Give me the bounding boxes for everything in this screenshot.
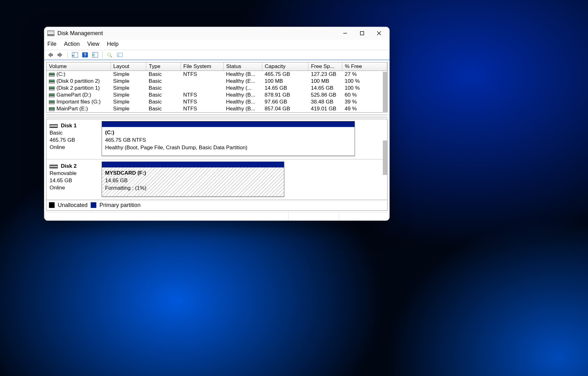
menu-file[interactable]: File: [47, 41, 56, 47]
cell-volume: GamePart (D:): [46, 92, 111, 98]
forward-button[interactable]: [56, 51, 64, 58]
cell-pct: 49 %: [342, 105, 387, 112]
disk2-status: Online: [50, 185, 65, 191]
table-row[interactable]: (C:)SimpleBasicNTFSHealthy (B...465.75 G…: [46, 71, 387, 78]
properties-button[interactable]: [116, 51, 124, 58]
cell-type: Basic: [146, 98, 181, 105]
svg-rect-1: [361, 32, 364, 35]
cell-status: Healthy (B...: [223, 92, 262, 98]
col-free[interactable]: Free Sp...: [308, 62, 342, 71]
cell-free: 14.65 GB: [308, 85, 342, 92]
cell-fs: NTFS: [181, 98, 223, 105]
cell-free: 127.23 GB: [308, 71, 342, 78]
table-row[interactable]: MainPart (E:)SimpleBasicNTFSHealthy (B..…: [46, 105, 387, 112]
cell-fs: NTFS: [181, 71, 223, 78]
cell-pct: 39 %: [342, 98, 387, 105]
cell-status: Healthy (E...: [223, 78, 262, 85]
close-button[interactable]: [372, 29, 386, 38]
cell-layout: Simple: [111, 71, 146, 78]
svg-rect-6: [72, 55, 73, 56]
toolbar: ?: [44, 50, 389, 60]
disk-icon: [50, 165, 58, 168]
partition-size: 465.75 GB NTFS: [105, 136, 351, 144]
cell-volume: (Disk 2 partition 1): [46, 85, 111, 92]
svg-rect-4: [72, 52, 78, 57]
volume-list-scrollbar[interactable]: [383, 72, 387, 113]
cell-free: 38.48 GB: [308, 98, 342, 105]
cell-free: 419.01 GB: [308, 105, 342, 112]
partition-status: Healthy (Boot, Page File, Crash Dump, Ba…: [105, 144, 351, 151]
col-status[interactable]: Status: [223, 62, 262, 71]
cell-status: Healthy (B...: [223, 105, 262, 112]
col-capacity[interactable]: Capacity: [262, 62, 308, 71]
cell-volume: (Disk 0 partition 2): [46, 78, 111, 85]
cell-fs: [181, 85, 223, 92]
col-pct[interactable]: % Free: [342, 62, 387, 71]
disk1-size: 465.75 GB: [50, 137, 75, 143]
disk-map-scrollbar[interactable]: [383, 140, 387, 175]
volume-icon: [49, 100, 55, 104]
cell-fs: NTFS: [181, 92, 223, 98]
disk1-status: Online: [50, 144, 65, 150]
pane-splitter[interactable]: [46, 114, 388, 118]
partition-status: Formatting : (1%): [105, 184, 281, 192]
cell-capacity: 14.65 GB: [262, 85, 308, 92]
disk-row: Disk 2 Removable 14.65 GB Online MYSDCAR…: [46, 160, 387, 199]
volume-icon: [49, 93, 55, 97]
back-button[interactable]: [46, 51, 54, 58]
column-headers[interactable]: Volume Layout Type File System Status Ca…: [46, 62, 387, 71]
table-row[interactable]: (Disk 0 partition 2)SimpleBasicHealthy (…: [46, 78, 387, 85]
col-type[interactable]: Type: [146, 62, 181, 71]
disk2-size: 14.65 GB: [50, 177, 72, 183]
maximize-button[interactable]: [355, 29, 369, 38]
volume-icon: [49, 107, 55, 111]
help-button[interactable]: ?: [81, 51, 89, 58]
cell-pct: 60 %: [342, 92, 387, 98]
disk1-type: Basic: [50, 130, 63, 136]
cell-type: Basic: [146, 92, 181, 98]
swatch-unallocated: [49, 202, 55, 208]
cell-volume: MainPart (E:): [46, 105, 111, 112]
app-icon: [47, 30, 54, 36]
menu-help[interactable]: Help: [107, 41, 119, 47]
cell-status: Healthy (B...: [223, 98, 262, 105]
cell-layout: Simple: [111, 85, 146, 92]
cell-volume: (C:): [46, 71, 111, 78]
cell-pct: 100 %: [342, 85, 387, 92]
cell-free: 525.86 GB: [308, 92, 342, 98]
titlebar[interactable]: Disk Management: [44, 27, 389, 40]
refresh-button[interactable]: [91, 51, 99, 58]
cell-capacity: 97.66 GB: [262, 98, 308, 105]
col-fs[interactable]: File System: [181, 62, 223, 71]
window-title: Disk Management: [57, 30, 103, 37]
menubar: File Action View Help: [44, 40, 389, 50]
partition-header: [102, 162, 284, 167]
svg-point-12: [108, 53, 111, 56]
col-layout[interactable]: Layout: [111, 62, 146, 71]
rescan-button[interactable]: [106, 51, 114, 58]
partition-name: MYSDCARD (F:): [105, 169, 281, 177]
minimize-button[interactable]: [338, 29, 352, 38]
disk2-name: Disk 2: [61, 163, 77, 169]
show-hide-tree-button[interactable]: [71, 51, 79, 58]
partition-f[interactable]: MYSDCARD (F:) 14.65 GB Formatting : (1%): [102, 162, 284, 196]
cell-pct: 100 %: [342, 78, 387, 85]
table-row[interactable]: Important files (G:)SimpleBasicNTFSHealt…: [46, 98, 387, 105]
cell-type: Basic: [146, 71, 181, 78]
disk-row: Disk 1 Basic 465.75 GB Online (C:) 465.7…: [46, 119, 387, 160]
cell-layout: Simple: [111, 98, 146, 105]
disk1-label[interactable]: Disk 1 Basic 465.75 GB Online: [46, 119, 100, 159]
table-row[interactable]: (Disk 2 partition 1)SimpleBasicHealthy (…: [46, 85, 387, 92]
cell-status: Healthy (B...: [223, 71, 262, 78]
volume-list[interactable]: Volume Layout Type File System Status Ca…: [46, 62, 388, 113]
col-volume[interactable]: Volume: [46, 62, 111, 71]
svg-line-13: [110, 56, 112, 57]
partition-header: [102, 121, 355, 127]
table-row[interactable]: GamePart (D:)SimpleBasicNTFSHealthy (B..…: [46, 92, 387, 98]
partition-name: (C:): [105, 129, 351, 136]
menu-action[interactable]: Action: [64, 41, 80, 47]
menu-view[interactable]: View: [87, 41, 99, 47]
disk2-label[interactable]: Disk 2 Removable 14.65 GB Online: [46, 160, 100, 199]
partition-c[interactable]: (C:) 465.75 GB NTFS Healthy (Boot, Page …: [102, 121, 355, 156]
cell-capacity: 465.75 GB: [262, 71, 308, 78]
